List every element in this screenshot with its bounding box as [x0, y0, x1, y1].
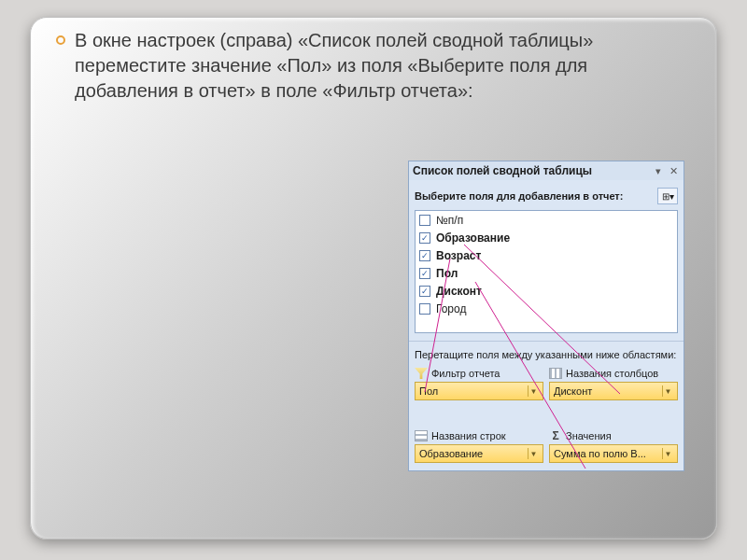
drop-columns[interactable]: Дисконт▼: [549, 382, 678, 400]
drop-rows[interactable]: Образование▼: [415, 444, 543, 463]
panel-header: Список полей сводной таблицы ▾ ✕: [409, 161, 684, 180]
chevron-down-icon[interactable]: ▼: [662, 385, 673, 397]
drop-areas: Фильтр отчета Пол▼ Названия столбцов Дис…: [409, 364, 684, 470]
checkbox[interactable]: ✓: [419, 250, 430, 261]
checkbox[interactable]: ✓: [419, 232, 430, 244]
field-item[interactable]: ✓ Возраст: [416, 246, 677, 264]
filter-icon: [415, 368, 428, 379]
area-row-labels: Названия строк Образование▼: [415, 428, 543, 463]
drop-value: Пол: [419, 385, 528, 397]
area-values: ΣЗначения Сумма по полю В...▼: [549, 428, 678, 463]
layout-options-button[interactable]: ⊞▾: [657, 188, 678, 204]
area-label: Названия строк: [431, 430, 506, 441]
drag-areas-label: Перетащите поля между указанными ниже об…: [409, 341, 684, 364]
field-name: Город: [436, 302, 466, 315]
field-list: №п/п ✓ Образование ✓ Возраст ✓ Пол ✓ Дис…: [415, 210, 678, 333]
area-label: Значения: [566, 430, 612, 441]
field-name: Дисконт: [436, 285, 482, 298]
area-column-labels: Названия столбцов Дисконт▼: [549, 366, 678, 425]
rows-icon: [415, 430, 428, 441]
choose-fields-row: Выберите поля для добавления в отчет: ⊞▾: [409, 180, 684, 208]
field-item[interactable]: ✓ Дисконт: [416, 282, 677, 300]
area-label: Фильтр отчета: [431, 368, 500, 379]
dropdown-icon[interactable]: ▾: [652, 164, 665, 177]
bullet-icon: [56, 35, 65, 45]
chevron-down-icon[interactable]: ▼: [528, 385, 539, 397]
sigma-icon: Σ: [549, 430, 562, 441]
area-report-filter: Фильтр отчета Пол▼: [415, 366, 543, 425]
checkbox[interactable]: ✓: [419, 286, 430, 297]
drop-value: Образование: [419, 448, 528, 459]
choose-fields-label: Выберите поля для добавления в отчет:: [415, 190, 657, 202]
checkbox[interactable]: ✓: [419, 268, 430, 279]
close-icon[interactable]: ✕: [667, 164, 680, 177]
chevron-down-icon[interactable]: ▼: [528, 448, 539, 459]
drop-value: Сумма по полю В...: [554, 448, 662, 459]
field-item[interactable]: №п/п: [416, 211, 677, 229]
field-item[interactable]: ✓ Образование: [416, 229, 677, 246]
checkbox[interactable]: [419, 215, 430, 226]
field-item[interactable]: Город: [416, 300, 677, 317]
area-label: Названия столбцов: [566, 368, 658, 379]
drop-values[interactable]: Сумма по полю В...▼: [549, 444, 678, 463]
drop-filter[interactable]: Пол▼: [415, 382, 543, 400]
instruction-text: В окне настроек (справа) «Список полей с…: [75, 28, 654, 104]
pivot-field-list-panel: Список полей сводной таблицы ▾ ✕ Выберит…: [408, 161, 684, 471]
drop-value: Дисконт: [554, 385, 662, 397]
field-name: Образование: [436, 231, 510, 245]
checkbox[interactable]: [419, 303, 430, 315]
field-item[interactable]: ✓ Пол: [416, 264, 677, 282]
panel-title: Список полей сводной таблицы: [413, 164, 650, 177]
columns-icon: [549, 368, 562, 379]
field-name: №п/п: [436, 214, 463, 227]
field-name: Возраст: [436, 249, 481, 262]
chevron-down-icon[interactable]: ▼: [662, 448, 673, 459]
field-name: Пол: [436, 267, 458, 280]
